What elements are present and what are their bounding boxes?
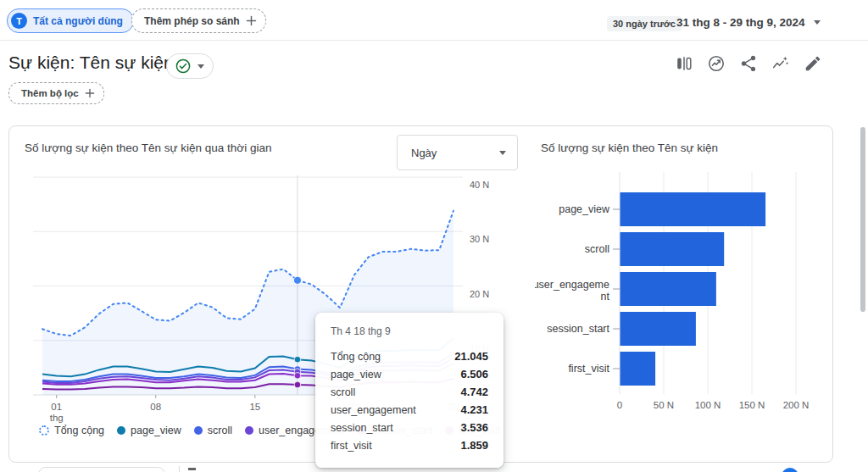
chevron-down-icon (814, 20, 821, 25)
x-axis-label: 15 (249, 402, 260, 412)
tooltip-row-label: page_view (331, 369, 381, 380)
granularity-select[interactable]: Ngày (397, 135, 518, 170)
check-circle-icon (175, 58, 191, 74)
next-card-checkbox-partial[interactable] (188, 468, 196, 470)
legend-swatch (117, 426, 125, 435)
next-card-search-field[interactable] (38, 467, 165, 472)
top-bar: T Tất cả người dùng Thêm phép so sánh 30… (0, 0, 868, 41)
tooltip-row-label: first_visit (331, 440, 372, 452)
tooltip-row-value: 3.536 (460, 421, 488, 434)
tooltip-row: Tổng cộng21.045 (331, 350, 488, 363)
tooltip-row: session_start3.536 (331, 421, 488, 434)
x-axis-label: 50 N (654, 400, 674, 410)
add-filter-label: Thêm bộ lọc (21, 88, 79, 98)
x-axis-label: 200 N (783, 400, 810, 410)
add-comparison-button[interactable]: Thêm phép so sánh (131, 8, 266, 33)
add-comparison-label: Thêm phép so sánh (144, 15, 240, 27)
page-title: Sự kiện: Tên sự kiện (8, 53, 174, 73)
tooltip-row: first_visit1.859 (331, 439, 488, 452)
bar-page_view[interactable] (620, 192, 766, 226)
legend-swatch (245, 426, 253, 435)
date-preset-badge: 30 ngày trước (607, 16, 682, 31)
x-axis-label: 150 N (739, 400, 765, 410)
plus-icon (246, 15, 257, 26)
x-axis-label: 01 (51, 402, 62, 412)
events-by-name-bar-chart[interactable]: 050 N100 N150 N200 Npage_viewscrolluser_… (535, 162, 827, 416)
trends-sparkle-icon[interactable] (771, 53, 791, 74)
tooltip-row-value: 21.045 (454, 350, 488, 363)
chevron-down-icon (499, 151, 506, 155)
tooltip-row-label: Tổng cộng (331, 351, 381, 363)
tooltip-date: Th 4 18 thg 9 (331, 325, 488, 337)
legend-swatch (39, 425, 49, 436)
plus-icon (85, 88, 95, 98)
bar-chart-title: Số lượng sự kiện theo Tên sự kiện (541, 142, 718, 154)
audience-chip-label: Tất cả người dùng (33, 15, 123, 27)
bar-label: session_start (547, 323, 609, 335)
chart-tooltip: Th 4 18 thg 9 Tổng cộng21.045page_view6.… (315, 313, 504, 468)
tooltip-row: user_engagement4.231 (331, 403, 488, 416)
insights-circle-icon[interactable] (706, 53, 726, 74)
bar-label: first_visit (568, 363, 609, 375)
tooltip-row: scroll4.742 (331, 386, 488, 398)
x-axis-label: 08 (150, 402, 161, 412)
bar-label: user_engageme (535, 279, 609, 291)
bar-scroll[interactable] (620, 232, 725, 266)
date-range-picker[interactable]: 31 thg 8 - 29 thg 9, 2024 (676, 16, 821, 29)
y-axis-label: 40 N (470, 180, 489, 190)
next-card-divider (179, 466, 180, 472)
legend-label: page_view (131, 425, 181, 436)
chevron-down-icon (198, 64, 204, 69)
hover-marker-page_view (294, 356, 301, 363)
edit-pencil-icon[interactable] (803, 53, 823, 74)
compare-icon[interactable] (674, 53, 694, 74)
add-filter-button[interactable]: Thêm bộ lọc (8, 82, 104, 104)
hover-marker-session_start (294, 372, 301, 379)
legend-item-Tổng cộng[interactable]: Tổng cộng (39, 425, 104, 436)
tooltip-row-value: 4.231 (460, 403, 488, 416)
date-range-label: 31 thg 8 - 29 thg 9, 2024 (676, 16, 805, 29)
x-axis-label: 100 N (695, 400, 721, 410)
y-axis-label: 20 N (470, 289, 489, 299)
audience-chip[interactable]: T Tất cả người dùng (7, 8, 134, 33)
tooltip-row-label: scroll (331, 386, 355, 398)
hover-marker-Tổng cộng (293, 276, 301, 284)
tooltip-row: page_view6.506 (331, 368, 488, 380)
bar-label: page_view (559, 203, 610, 215)
tooltip-row-label: user_engagement (331, 404, 416, 416)
granularity-value: Ngày (411, 147, 437, 159)
line-chart-title: Số lượng sự kiện theo Tên sự kiện qua th… (25, 142, 271, 154)
insights-fab-partial[interactable] (782, 468, 798, 472)
tooltip-row-value: 6.506 (460, 368, 488, 380)
x-axis-label: 0 (617, 400, 622, 410)
tooltip-row-value: 1.859 (460, 439, 488, 452)
event-status-dropdown[interactable] (166, 53, 214, 79)
bar-session_start[interactable] (620, 312, 696, 346)
bar-label: nt (601, 291, 610, 303)
y-axis-label: 30 N (470, 234, 489, 244)
legend-swatch (194, 426, 203, 435)
bar-first_visit[interactable] (620, 352, 656, 386)
legend-item-scroll[interactable]: scroll (194, 425, 232, 436)
legend-item-page_view[interactable]: page_view (117, 425, 181, 436)
hover-marker-first_visit (294, 381, 301, 388)
tooltip-row-label: session_start (331, 422, 393, 434)
legend-label: Tổng cộng (54, 425, 104, 436)
share-icon[interactable] (738, 53, 759, 74)
tooltip-row-value: 4.742 (460, 386, 488, 398)
report-toolbar (674, 53, 823, 74)
legend-label: scroll (208, 425, 232, 436)
bar-label: scroll (585, 243, 609, 255)
x-axis-sublabel: thg (50, 413, 64, 423)
scrollbar-thumb[interactable] (860, 127, 865, 312)
audience-avatar: T (11, 13, 27, 29)
bar-user_engagement[interactable] (620, 272, 716, 306)
